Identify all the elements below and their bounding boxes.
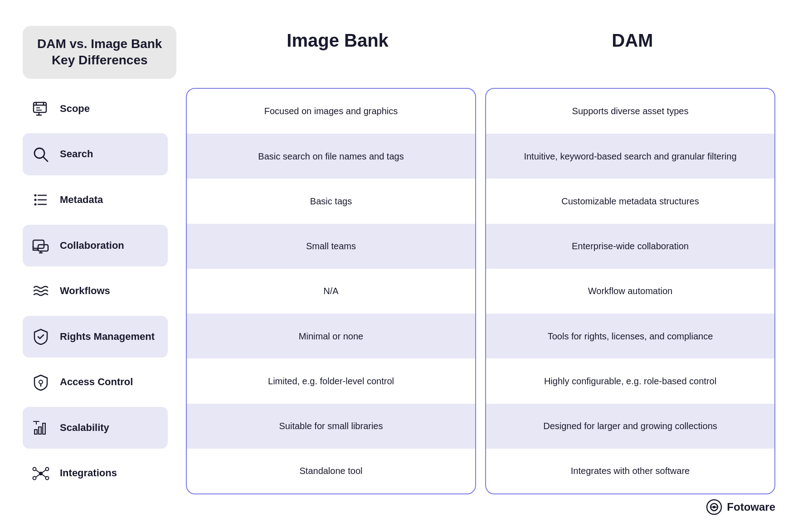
row-label-access: Access Control [23, 361, 168, 403]
image-bank-cell-7: Suitable for small libraries [187, 404, 475, 449]
dam-cell-8: Integrates with other software [486, 449, 774, 493]
dam-cell-3: Enterprise-wide collaboration [486, 224, 774, 269]
access-icon [30, 372, 52, 393]
svg-line-16 [42, 474, 46, 477]
svg-line-14 [42, 470, 46, 473]
row-label-text-3: Collaboration [60, 239, 124, 252]
brand-logo: Fotoware [706, 499, 775, 515]
dam-cell-5: Tools for rights, licenses, and complian… [486, 314, 774, 358]
col1-header: Image Bank [195, 26, 480, 53]
dam-col: Supports diverse asset typesIntuitive, k… [485, 88, 775, 494]
brand-name: Fotoware [727, 501, 775, 513]
row-labels: Scope Search Metadata Collaboration [23, 88, 168, 494]
image-bank-cell-4: N/A [187, 269, 475, 314]
top-area: DAM vs. Image BankKey Differences Image … [23, 17, 775, 79]
svg-point-3 [34, 199, 37, 201]
collaboration-icon [30, 235, 52, 256]
row-label-search: Search [23, 133, 168, 175]
row-label-text-4: Workflows [60, 285, 110, 298]
search-icon [30, 144, 52, 165]
dam-cell-1: Intuitive, keyword-based search and gran… [486, 134, 774, 179]
row-label-rights: Rights Management [23, 316, 168, 358]
scalability-icon [30, 417, 52, 439]
row-label-collaboration: Collaboration [23, 225, 168, 267]
image-bank-cell-1: Basic search on file names and tags [187, 134, 475, 179]
dam-cell-4: Workflow automation [486, 269, 774, 314]
row-label-text-0: Scope [60, 102, 90, 116]
dam-cell-0: Supports diverse asset types [486, 89, 774, 134]
columns-header: Image Bank DAM [195, 26, 775, 53]
image-bank-cell-5: Minimal or none [187, 314, 475, 358]
image-bank-cell-3: Small teams [187, 224, 475, 269]
image-bank-cell-0: Focused on images and graphics [187, 89, 475, 134]
data-columns: Focused on images and graphicsBasic sear… [186, 88, 775, 494]
svg-point-10 [46, 467, 49, 470]
dam-cell-6: Highly configurable, e.g. role-based con… [486, 358, 774, 403]
main-table: Scope Search Metadata Collaboration [23, 88, 775, 494]
image-bank-col: Focused on images and graphicsBasic sear… [186, 88, 476, 494]
row-label-integrations: Integrations [23, 452, 168, 494]
title-text: DAM vs. Image BankKey Differences [37, 36, 162, 69]
rights-icon [30, 326, 52, 348]
footer: Fotoware [23, 494, 775, 515]
image-bank-cell-2: Basic tags [187, 179, 475, 223]
row-label-metadata: Metadata [23, 179, 168, 221]
image-bank-cell-8: Standalone tool [187, 449, 475, 493]
svg-line-15 [36, 474, 39, 477]
svg-point-2 [34, 194, 37, 197]
dam-cell-7: Designed for larger and growing collecti… [486, 404, 774, 449]
row-label-text-5: Rights Management [60, 330, 155, 343]
svg-line-13 [36, 470, 39, 473]
workflows-icon [30, 280, 52, 302]
row-label-scalability: Scalability [23, 407, 168, 449]
fotoware-icon [706, 499, 722, 515]
row-label-text-6: Access Control [60, 376, 133, 389]
scope-icon [30, 98, 52, 120]
svg-point-11 [33, 476, 36, 479]
svg-point-18 [713, 506, 715, 508]
image-bank-cell-6: Limited, e.g. folder-level control [187, 358, 475, 403]
svg-point-4 [34, 203, 37, 206]
row-label-text-7: Scalability [60, 421, 109, 435]
title-box: DAM vs. Image BankKey Differences [23, 26, 176, 79]
page: DAM vs. Image BankKey Differences Image … [23, 17, 775, 515]
row-label-scope: Scope [23, 88, 168, 130]
svg-point-9 [33, 467, 36, 470]
row-label-workflows: Workflows [23, 270, 168, 312]
col2-header: DAM [490, 26, 775, 53]
row-label-text-1: Search [60, 148, 93, 161]
metadata-icon [30, 189, 52, 211]
svg-point-12 [46, 476, 49, 479]
integrations-icon [30, 463, 52, 484]
row-label-text-8: Integrations [60, 467, 117, 480]
row-label-text-2: Metadata [60, 193, 103, 207]
dam-cell-2: Customizable metadata structures [486, 179, 774, 223]
